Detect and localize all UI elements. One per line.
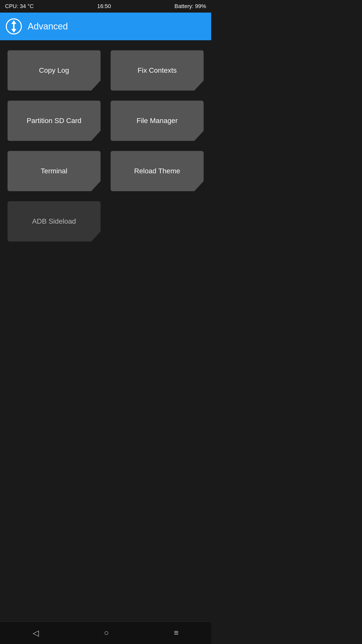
app-bar: Advanced <box>0 13 211 40</box>
time-status: 16:50 <box>97 3 111 10</box>
back-button[interactable]: ◁ <box>28 626 44 640</box>
home-button[interactable]: ○ <box>99 626 114 640</box>
bottom-navigation: ◁ ○ ≡ <box>0 621 211 644</box>
cpu-status: CPU: 34 °C <box>5 3 34 10</box>
button-grid: Copy Log Fix Contexts Partition SD Card … <box>8 50 204 242</box>
status-bar: CPU: 34 °C 16:50 Battery: 99% <box>0 0 211 13</box>
copy-log-button[interactable]: Copy Log <box>8 50 101 91</box>
file-manager-button[interactable]: File Manager <box>111 101 204 141</box>
battery-status: Battery: 99% <box>174 3 206 10</box>
menu-button[interactable]: ≡ <box>169 626 184 640</box>
main-content: Copy Log Fix Contexts Partition SD Card … <box>0 40 211 621</box>
svg-marker-2 <box>11 26 16 33</box>
reload-theme-button[interactable]: Reload Theme <box>111 151 204 191</box>
page-title: Advanced <box>28 21 68 32</box>
adb-sideload-button[interactable]: ADB Sideload <box>8 201 101 242</box>
terminal-button[interactable]: Terminal <box>8 151 101 191</box>
app-logo <box>5 18 23 35</box>
svg-marker-1 <box>11 20 16 26</box>
fix-contexts-button[interactable]: Fix Contexts <box>111 50 204 91</box>
partition-sd-card-button[interactable]: Partition SD Card <box>8 101 101 141</box>
